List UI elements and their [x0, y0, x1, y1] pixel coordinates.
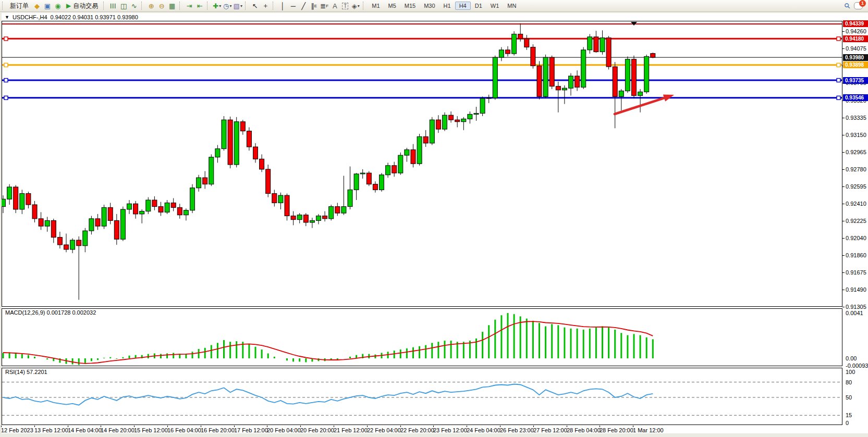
market-watch-icon[interactable]: ◆ [32, 1, 42, 10]
candle [45, 220, 50, 226]
zoom-out-icon[interactable]: ⊖ [156, 1, 167, 10]
chart-dropdown-icon[interactable]: ▼ [5, 15, 9, 20]
price-tick [842, 152, 845, 153]
main-price-chart[interactable] [2, 21, 842, 307]
indicators-icon[interactable]: ✚▾ [212, 1, 222, 10]
templates-icon[interactable]: ▧▾ [233, 1, 243, 10]
candle [39, 219, 43, 226]
text-icon[interactable]: A [329, 1, 340, 10]
candle [613, 67, 617, 96]
price-tick-label: 0.91860 [846, 252, 866, 258]
line-handle[interactable] [837, 79, 840, 82]
candlestick-chart-icon[interactable]: ◫ [118, 1, 129, 10]
candle [430, 120, 434, 143]
candle [518, 34, 523, 39]
price-tick-label: 0.92225 [846, 218, 866, 224]
date-label: 28 Feb 04:00 [567, 427, 601, 433]
arrows-icon: ◈ [352, 2, 357, 10]
auto-scroll-icon[interactable]: ⇥ [184, 1, 194, 10]
price-tick [842, 204, 845, 204]
candle [335, 207, 340, 214]
candle [177, 207, 182, 215]
candle [638, 92, 643, 95]
tile-windows-icon[interactable]: ▦ [167, 1, 177, 10]
data-window-icon[interactable]: ▣ [42, 1, 53, 10]
chart-shift-icon[interactable]: ⇤ [194, 1, 205, 10]
candle [556, 86, 560, 90]
price-tick [842, 118, 845, 118]
notifications-icon[interactable]: 1 [854, 2, 863, 9]
candle [543, 57, 548, 96]
price-tick-label: 0.92040 [846, 235, 866, 241]
rsi-panel[interactable] [2, 368, 842, 425]
candle [512, 34, 517, 54]
timeframe-m1[interactable]: M1 [368, 2, 384, 10]
new-order-button[interactable]: 新订单 [7, 1, 32, 11]
timeframe-w1[interactable]: W1 [486, 2, 504, 10]
timeframe-m30[interactable]: M30 [420, 2, 439, 10]
toolbar-separator [103, 2, 106, 10]
timeframe-m5[interactable]: M5 [384, 2, 400, 10]
price-badge-0.94180: 0.94180 [843, 35, 868, 42]
candle [411, 149, 415, 164]
price-tick [842, 31, 845, 32]
trendline-icon[interactable]: ╱ [298, 1, 309, 10]
candle [2, 199, 6, 206]
candle [197, 178, 201, 188]
search-icon[interactable]: ⚲ [842, 1, 852, 11]
candle [600, 38, 605, 52]
macd-panel[interactable] [2, 308, 842, 366]
candle [455, 120, 460, 122]
candle [120, 209, 125, 239]
candle [366, 173, 371, 184]
candle [278, 195, 283, 203]
crosshair-icon[interactable]: ＋ [260, 1, 271, 10]
candle [133, 204, 138, 214]
line-chart-icon[interactable]: ∿ [129, 1, 139, 10]
arrows-icon[interactable]: ◈▾ [350, 1, 361, 10]
price-tick [842, 48, 845, 49]
price-tick-label: 0.92410 [846, 201, 866, 207]
candle [184, 210, 188, 215]
cursor-icon[interactable]: ↖ [250, 1, 260, 10]
fibonacci-icon[interactable]: ≣F [319, 1, 329, 10]
line-handle[interactable] [4, 96, 8, 99]
candle [606, 38, 611, 67]
candle [480, 98, 485, 114]
line-handle[interactable] [4, 79, 8, 82]
candle [651, 54, 655, 58]
vertical-line-icon[interactable]: │ [277, 1, 288, 10]
signal-icon: ◉ [55, 2, 60, 10]
date-label: 20 Feb 04:00 [267, 427, 301, 433]
chart-symbol-title: USDCHF-,H4 [13, 14, 47, 20]
bar-chart-icon[interactable]: ☰ [108, 1, 118, 10]
trendline-icon: ╱ [301, 2, 305, 10]
candle [386, 166, 390, 175]
price-tick-label: 0.93150 [846, 132, 866, 138]
equidistant-channel-icon[interactable]: ∥E [309, 1, 319, 10]
periods-icon[interactable]: ◷▾ [222, 1, 233, 10]
line-handle[interactable] [4, 37, 8, 41]
candle [588, 37, 592, 50]
zoom-in-icon[interactable]: ⊕ [146, 1, 156, 10]
candle [354, 174, 359, 190]
autotrading-button[interactable]: ▶自动交易 [63, 1, 101, 11]
candlestick-chart-icon: ◫ [120, 2, 127, 10]
signal-icon[interactable]: ◉ [53, 1, 63, 10]
vertical-line-icon: │ [280, 2, 285, 10]
line-handle[interactable] [837, 37, 840, 41]
candle [171, 203, 176, 207]
timeframe-h1[interactable]: H1 [439, 2, 455, 10]
line-handle[interactable] [4, 63, 8, 67]
timeframe-mn[interactable]: MN [503, 2, 520, 10]
line-handle[interactable] [837, 63, 840, 67]
timeframe-m15[interactable]: M15 [400, 2, 420, 10]
timeframe-d1[interactable]: D1 [471, 2, 486, 10]
line-handle[interactable] [837, 96, 840, 99]
text-label-icon[interactable]: T [340, 1, 350, 10]
timeframe-h4[interactable]: H4 [455, 2, 471, 10]
horizontal-line-icon[interactable]: ─ [288, 1, 298, 10]
price-tick-label: 0.91305 [846, 304, 866, 310]
candle [398, 155, 403, 173]
price-tick-label: 0.92780 [846, 166, 866, 172]
